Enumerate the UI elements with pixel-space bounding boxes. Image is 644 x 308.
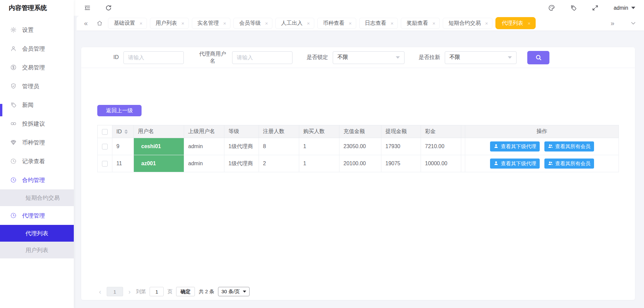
tab-member-level[interactable]: 会员等级×	[233, 18, 272, 29]
tab-log-view[interactable]: 日志查看×	[359, 18, 398, 29]
cell-actions: 查看其下级代理查看其所有会员	[465, 138, 619, 155]
dollar-icon	[10, 64, 17, 71]
sidebar-subitem-agent-list[interactable]: 代理列表	[0, 225, 74, 242]
goto-confirm-button[interactable]: 确定	[176, 287, 195, 296]
caret-down-icon	[631, 7, 635, 9]
sidebar-item-agent-management[interactable]: 代理管理	[0, 206, 74, 225]
tab-close-icon[interactable]: ×	[265, 20, 268, 26]
user-menu[interactable]: admin	[613, 5, 635, 11]
spacer-cell	[461, 155, 465, 172]
back-to-parent-button[interactable]: 返回上一级	[97, 105, 142, 116]
main-card: ID 代理商用户名 是否锁定 不限	[81, 47, 635, 300]
tab-close-icon[interactable]: ×	[223, 20, 226, 26]
tab-manual-in-out[interactable]: 人工出入×	[275, 18, 314, 29]
tabs-menu-chevron-icon[interactable]	[628, 18, 639, 28]
select-caret-icon	[243, 291, 246, 293]
diamond-icon	[10, 139, 17, 146]
sidebar-item-news[interactable]: 新闻	[0, 96, 74, 114]
fullscreen-icon[interactable]	[592, 4, 599, 11]
sidebar-subitem-user-list[interactable]: 用户列表	[0, 242, 74, 258]
tab-short-term-contract-trade[interactable]: 短期合约交易×	[443, 18, 492, 29]
goto-page-prefix: 到第	[136, 289, 146, 295]
page-size-select[interactable]: 30 条/页	[218, 287, 250, 296]
tab-close-icon[interactable]: ×	[432, 20, 435, 26]
column-header: 充值金额	[339, 125, 381, 138]
action-button-label: 查看其下级代理	[501, 161, 536, 167]
goto-page-input[interactable]	[150, 287, 164, 296]
sidebar-item-settings[interactable]: 设置	[0, 20, 74, 39]
tab-user-list[interactable]: 用户列表×	[150, 18, 189, 29]
tab-reward-view[interactable]: 奖励查看×	[401, 18, 440, 29]
column-header: 彩金	[421, 125, 461, 138]
filter-is-pull-new-select[interactable]: 不限	[445, 51, 517, 64]
row-checkbox[interactable]	[102, 144, 108, 149]
tab-close-icon[interactable]: ×	[528, 20, 531, 26]
tab-close-icon[interactable]: ×	[181, 20, 184, 26]
row-checkbox[interactable]	[102, 161, 108, 167]
page-next-button[interactable]: ›	[127, 288, 132, 295]
tab-label: 代理列表	[502, 20, 523, 27]
select-all-checkbox[interactable]	[102, 129, 108, 135]
sidebar-subitem-label: 代理列表	[25, 230, 48, 237]
sidebar-item-record-view[interactable]: 记录查看	[0, 152, 74, 171]
tab-agent-list[interactable]: 代理列表×	[495, 17, 536, 29]
tab-close-icon[interactable]: ×	[391, 20, 394, 26]
filter-is-locked: 是否锁定 不限	[307, 51, 405, 64]
history-icon	[10, 177, 17, 183]
tab-realname-management[interactable]: 实名管理×	[192, 18, 231, 29]
view-sub-agents-button[interactable]: 查看其下级代理	[490, 159, 540, 169]
search-button[interactable]	[527, 51, 549, 64]
sidebar-item-administrator[interactable]: 管理员	[0, 77, 74, 96]
sidebar-item-label: 币种管理	[22, 139, 45, 146]
tab-close-icon[interactable]: ×	[307, 20, 310, 26]
filter-agent-username-input[interactable]	[232, 51, 292, 64]
tab-label: 实名管理	[198, 20, 219, 27]
page-number-current[interactable]: 1	[107, 287, 123, 296]
filter-is-locked-select[interactable]: 不限	[333, 51, 405, 64]
sidebar: 内容管理系统 设置会员管理交易管理管理员新闻投拆建议币种管理记录查看合约管理短期…	[0, 0, 74, 308]
cell-bonus: 7210.00	[421, 138, 461, 155]
home-tab-icon[interactable]	[94, 18, 105, 28]
cell-register-count: 2	[259, 155, 299, 172]
gear-icon	[10, 26, 17, 33]
tabs-scroll-right-button[interactable]: »	[607, 18, 618, 28]
sidebar-item-member-management[interactable]: 会员管理	[0, 39, 74, 58]
sidebar-item-label: 投拆建议	[22, 120, 45, 128]
tab-label: 币种查看	[323, 20, 344, 27]
page-prev-button[interactable]: ‹	[97, 288, 103, 295]
cell-parent-user: admin	[184, 155, 224, 172]
sidebar-item-label: 管理员	[22, 82, 39, 90]
sort-icon[interactable]	[124, 129, 128, 134]
tab-close-icon[interactable]: ×	[349, 20, 352, 26]
view-all-members-button[interactable]: 查看其所有会员	[544, 141, 594, 151]
sidebar-subitem-short-term-contract-trade[interactable]: 短期合约交易	[0, 189, 74, 206]
cell-parent-user: admin	[184, 138, 224, 155]
refresh-icon[interactable]	[105, 4, 112, 11]
tag-icon[interactable]	[570, 4, 577, 11]
tab-basic-settings[interactable]: 基础设置×	[108, 18, 147, 29]
sidebar-item-currency-management[interactable]: 币种管理	[0, 133, 74, 152]
link-icon	[10, 120, 17, 127]
sidebar-item-complaint-suggestion[interactable]: 投拆建议	[0, 114, 74, 133]
tab-currency-view[interactable]: 币种查看×	[317, 18, 356, 29]
topbar: admin	[74, 0, 644, 16]
app-title: 内容管理系统	[0, 0, 74, 16]
column-header: 上级用户名	[184, 125, 224, 138]
cell-buyer-count: 1	[299, 155, 339, 172]
tab-close-icon[interactable]: ×	[140, 20, 143, 26]
cell-actions: 查看其下级代理查看其所有会员	[465, 155, 619, 172]
card-spacer	[81, 172, 635, 287]
view-all-members-button[interactable]: 查看其所有会员	[544, 159, 594, 169]
column-header: 用户名	[134, 125, 184, 138]
view-sub-agents-button[interactable]: 查看其下级代理	[490, 141, 540, 151]
sidebar-item-trade-management[interactable]: 交易管理	[0, 58, 74, 77]
tab-label: 日志查看	[365, 20, 386, 27]
collapse-sidebar-icon[interactable]	[84, 4, 91, 11]
sidebar-item-contract-management[interactable]: 合约管理	[0, 171, 74, 189]
tabs-scroll-left-button[interactable]: «	[80, 18, 91, 28]
filter-id-input[interactable]	[123, 51, 184, 64]
filter-is-pull-new-label: 是否拉新	[419, 54, 440, 61]
tab-close-icon[interactable]: ×	[485, 20, 488, 26]
sidebar-scrollbar-thumb[interactable]	[0, 104, 2, 116]
theme-palette-icon[interactable]	[548, 4, 555, 11]
